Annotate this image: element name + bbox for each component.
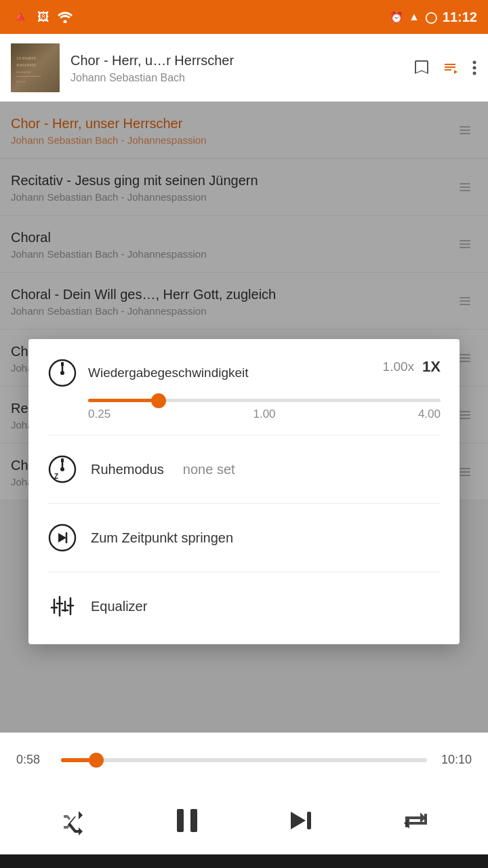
- sleep-timer-value: none set: [183, 462, 235, 477]
- equalizer-row[interactable]: Equalizer: [47, 582, 441, 631]
- jump-to-row[interactable]: Zum Zeitpunkt springen: [47, 513, 441, 562]
- track-info: Chor - Herr, u…r Herrscher Johann Sebast…: [60, 52, 412, 84]
- speed-max-label: 4.00: [418, 408, 441, 421]
- speed-scale-row: 0.25 1.00 4.00: [47, 408, 441, 421]
- speed-icon-title: Wiedergabegeschwindigkeit: [47, 358, 249, 388]
- svg-text:BACH: BACH: [16, 80, 26, 83]
- speed-mid-label: 1.00: [253, 408, 275, 421]
- status-bar-left: 🔺 🖼: [11, 8, 73, 26]
- sleep-timer-icon: Z: [47, 454, 77, 484]
- header-track-artist: Johann Sebastian Bach: [70, 72, 401, 84]
- equalizer-label: Equalizer: [91, 599, 147, 614]
- nav-bar: [0, 854, 488, 868]
- more-options-button[interactable]: [472, 58, 477, 77]
- jump-to-label: Zum Zeitpunkt springen: [91, 530, 233, 546]
- repeat-button[interactable]: [393, 799, 436, 842]
- equalizer-icon: [47, 591, 77, 621]
- wifi-icon: [58, 11, 73, 23]
- svg-rect-30: [177, 809, 184, 832]
- queue-music-button[interactable]: [442, 58, 461, 77]
- jump-to-icon: [47, 523, 77, 553]
- current-time: 0:58: [16, 753, 50, 767]
- save-button[interactable]: [412, 58, 431, 77]
- popup-divider: [47, 435, 441, 435]
- speed-slider[interactable]: [88, 399, 441, 402]
- speed-section: Wiedergabegeschwindigkeit 1.00x 1X 0.25 …: [47, 358, 441, 421]
- shuffle-button[interactable]: [52, 799, 95, 842]
- signal-icon: ▲: [409, 11, 420, 23]
- svg-rect-16: [61, 458, 64, 462]
- svg-text:PASSION: PASSION: [16, 71, 30, 74]
- speed-slider-thumb[interactable]: [151, 393, 166, 408]
- image-icon: 🖼: [37, 10, 49, 24]
- album-art: 15 PARTE JOHANNIS PASSION BACH: [11, 43, 60, 92]
- speed-title: Wiedergabegeschwindigkeit: [88, 365, 249, 382]
- svg-point-9: [473, 66, 476, 69]
- svg-point-10: [473, 71, 476, 75]
- next-button[interactable]: [279, 799, 323, 842]
- popup-divider-2: [47, 503, 441, 504]
- speed-label: 1X: [422, 358, 441, 376]
- vlc-icon: 🔺: [11, 8, 29, 26]
- svg-rect-32: [307, 812, 311, 829]
- speed-icon: [47, 358, 77, 388]
- popup-divider-3: [47, 572, 441, 572]
- playlist-area: Chor - Herr, unser Herrscher Johann Seba…: [0, 102, 488, 732]
- svg-rect-6: [16, 76, 41, 77]
- now-playing-header: 15 PARTE JOHANNIS PASSION BACH Chor - He…: [0, 34, 488, 102]
- pause-button[interactable]: [165, 799, 209, 842]
- time-display: 11:12: [443, 9, 477, 25]
- status-bar-right: ⏰ ▲ ◯ 11:12: [390, 9, 477, 25]
- svg-rect-31: [190, 809, 197, 832]
- progress-area: 0:58 10:10: [0, 732, 488, 787]
- header-icons: [412, 58, 477, 77]
- progress-bar[interactable]: [61, 758, 427, 762]
- progress-thumb[interactable]: [89, 753, 104, 768]
- svg-text:15 PARTE: 15 PARTE: [16, 56, 37, 61]
- speed-values: 1.00x 1X: [383, 358, 441, 376]
- status-bar: 🔺 🖼 ⏰ ▲ ◯ 11:12: [0, 0, 488, 34]
- speed-min-label: 0.25: [88, 408, 110, 421]
- popup-dialog: Wiedergabegeschwindigkeit 1.00x 1X 0.25 …: [28, 339, 460, 644]
- speed-header: Wiedergabegeschwindigkeit 1.00x 1X: [47, 358, 441, 388]
- sleep-timer-label: Ruhemodus: [91, 462, 164, 477]
- svg-point-8: [473, 60, 476, 64]
- svg-text:JOHANNIS: JOHANNIS: [16, 63, 36, 67]
- total-time: 10:10: [438, 753, 472, 767]
- battery-icon: ◯: [425, 11, 437, 24]
- speed-slider-fill: [88, 399, 159, 402]
- header-track-title: Chor - Herr, u…r Herrscher: [70, 52, 401, 69]
- svg-rect-12: [61, 362, 64, 366]
- album-art-image: 15 PARTE JOHANNIS PASSION BACH: [11, 43, 60, 92]
- svg-rect-2: [11, 43, 60, 92]
- speed-current-value: 1.00x: [383, 359, 414, 374]
- sleep-timer-row[interactable]: Z Ruhemodus none set: [47, 445, 441, 494]
- alarm-icon: ⏰: [390, 11, 403, 24]
- svg-point-0: [64, 20, 67, 24]
- controls-area: [0, 787, 488, 854]
- svg-text:Z: Z: [54, 473, 58, 480]
- speed-slider-row: [47, 399, 441, 402]
